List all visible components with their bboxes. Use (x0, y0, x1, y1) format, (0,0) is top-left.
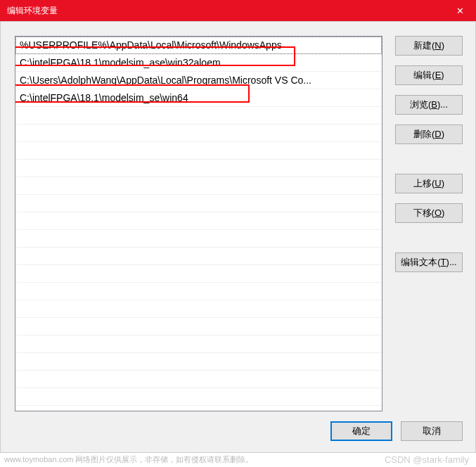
list-empty-row (15, 283, 382, 300)
list-empty-row (15, 406, 382, 411)
list-empty-row (15, 230, 382, 248)
list-empty-row (15, 300, 382, 318)
list-empty-row (15, 142, 382, 160)
new-button[interactable]: 新建(N) (395, 36, 463, 56)
list-empty-row (15, 335, 382, 353)
list-item[interactable]: %USERPROFILE%\AppData\Local\Microsoft\Wi… (15, 37, 382, 54)
watermark-left: www.toymoban.com 网络图片仅供展示，非存储，如有侵权请联系删除。 (4, 454, 253, 465)
movedown-button[interactable]: 下移(O) (395, 203, 463, 223)
list-empty-row (15, 265, 382, 283)
side-button-column: 新建(N) 编辑(E) 浏览(B)... 删除(D) 上移(U) 下移(O) 编… (395, 36, 463, 411)
dialog-footer: 确定 取消 (330, 421, 463, 441)
list-empty-row (15, 124, 382, 142)
list-item[interactable]: C:\Users\AdolphWang\AppData\Local\Progra… (15, 72, 382, 89)
list-empty-row (15, 353, 382, 371)
delete-button[interactable]: 删除(D) (395, 124, 463, 144)
close-icon: ✕ (456, 6, 464, 16)
list-empty-row (15, 248, 382, 265)
list-item[interactable]: C:\intelFPGA\18.1\modelsim_se\win64 (15, 89, 382, 107)
list-empty-row (15, 318, 382, 335)
list-empty-row (15, 388, 382, 406)
titlebar: 编辑环境变量 ✕ (0, 0, 476, 21)
close-button[interactable]: ✕ (444, 0, 476, 21)
list-empty-row (15, 371, 382, 388)
watermark-right: CSDN @stark-family (385, 454, 469, 465)
moveup-button[interactable]: 上移(U) (395, 174, 463, 193)
dialog-body: %USERPROFILE%\AppData\Local\Microsoft\Wi… (0, 21, 476, 453)
edit-button[interactable]: 编辑(E) (395, 65, 463, 85)
window-title: 编辑环境变量 (7, 5, 58, 17)
path-listbox[interactable]: %USERPROFILE%\AppData\Local\Microsoft\Wi… (15, 36, 382, 411)
list-empty-row (15, 177, 382, 195)
list-empty-row (15, 160, 382, 177)
list-empty-row (15, 212, 382, 230)
edittext-button[interactable]: 编辑文本(T)... (395, 252, 463, 272)
browse-button[interactable]: 浏览(B)... (395, 95, 463, 115)
cancel-button[interactable]: 取消 (401, 421, 463, 441)
ok-button[interactable]: 确定 (330, 421, 392, 441)
list-item[interactable]: C:\intelFPGA\18.1\modelsim_ase\win32aloe… (15, 54, 382, 72)
list-empty-row (15, 195, 382, 212)
list-empty-row (15, 107, 382, 124)
